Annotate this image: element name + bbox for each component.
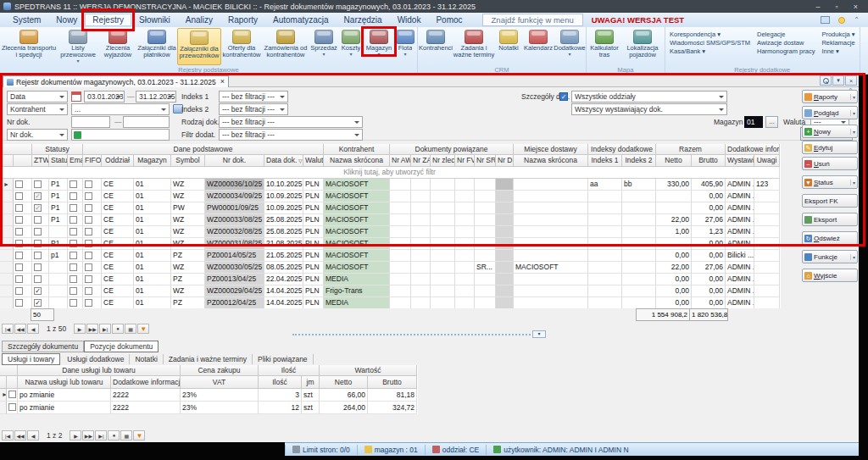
subtab-pliki-powi-zane[interactable]: Pliki powiązane [253, 354, 314, 364]
table-row[interactable]: ►P1CE01WZWZ000036/10/2510.10.2025PLNMACI… [0, 179, 781, 191]
prev-page-icon[interactable]: ◀ [27, 324, 39, 334]
side-button-edytuj[interactable]: ✎Edytuj [802, 141, 858, 154]
emai-checkbox[interactable] [70, 216, 77, 224]
kontrahent-select[interactable]: ... [71, 103, 170, 115]
collapse-ribbon-icon[interactable]: ⌃ [854, 16, 860, 24]
ztw-checkbox[interactable] [34, 240, 42, 247]
side-button-status[interactable]: ▼Status▾ [802, 175, 858, 189]
ztw-checkbox[interactable]: ✓ [34, 192, 42, 200]
column-header-netto[interactable]: Netto [656, 155, 692, 167]
create-filter-cell[interactable]: Kliknij tutaj, aby utworzyć filtr [0, 167, 780, 179]
column-header-wystawi[interactable]: Wystawił [726, 155, 754, 167]
ribbon-button-zlecenia-wyjazd-w[interactable]: Zlecenia wyjazdów [99, 28, 136, 65]
table-row[interactable]: ✓P1CE01PWPW00001/09/2510.09.2025PLNMACIO… [0, 202, 781, 214]
column-header-ztw[interactable]: ZTW [32, 155, 49, 167]
column-header-netto[interactable]: Netto [320, 376, 368, 389]
ztw-checkbox[interactable] [34, 228, 42, 236]
side-button-funkcje[interactable]: Funkcje▾ [802, 250, 858, 263]
menu-item-rejestry[interactable]: Rejestry [85, 14, 131, 26]
column-header-data-dok[interactable]: Data dok. ▽ [264, 155, 303, 167]
fifo-checkbox[interactable] [85, 240, 92, 247]
szczegoly-checkbox[interactable]: ✓ [559, 92, 568, 101]
ribbon-button-zam-wienia-od-kontrahent-w[interactable]: Zamówienia od kontrahentów [262, 28, 309, 65]
column-header-nr-zlec[interactable]: Nr zlec. [431, 155, 455, 167]
column-header-brutto[interactable]: Brutto [368, 376, 417, 389]
next-page-icon[interactable]: ▶ [74, 324, 86, 334]
emai-checkbox[interactable] [70, 240, 77, 247]
prev-page-icon[interactable]: ◀ [27, 430, 39, 441]
column-header-statu[interactable]: Statu [49, 155, 68, 167]
table-row[interactable]: CE01WZWZ000032/08/2525.08.2025PLNMACIOSO… [0, 226, 781, 238]
column-header-brutto[interactable]: Brutto [692, 155, 726, 167]
emai-checkbox[interactable] [70, 204, 77, 212]
column-header-item[interactable] [0, 155, 14, 167]
filtr-dodat-select[interactable]: --- bez filtracji --- [219, 129, 363, 141]
table-row[interactable]: P1CE01WZWZ000033/08/2525.08.2025PLNMACIO… [0, 214, 781, 226]
column-header-jm[interactable]: jm [302, 376, 320, 389]
rewind-icon[interactable]: ◀◀ [14, 430, 26, 441]
rodzaj-dok-select[interactable]: --- bez filtracji --- [219, 116, 363, 128]
column-header-nr-za[interactable]: Nr ZA [411, 155, 431, 167]
first-page-icon[interactable]: |◀ [2, 324, 14, 334]
ribbon-link-harmonogram-pracy[interactable]: Harmonogram pracy [757, 47, 815, 55]
tab-close-icon[interactable]: × [219, 78, 225, 86]
ztw-checkbox[interactable]: ✓ [34, 204, 42, 212]
side-button-eksport-fk[interactable]: Eksport FK [802, 194, 858, 208]
column-header-nr-fv[interactable]: Nr FV [455, 155, 475, 167]
ribbon-button-kontrahenci[interactable]: Kontrahenci [419, 28, 453, 65]
sel-checkbox[interactable] [15, 275, 23, 283]
search-go-icon[interactable] [74, 131, 81, 139]
ribbon-button-za-czniki-dla-przewo-nik-w[interactable]: Załączniki dla przewoźników [177, 28, 221, 65]
emai-checkbox[interactable] [70, 275, 77, 283]
subtab-us-ugi-dodatkowe[interactable]: Usługi dodatkowe [62, 354, 130, 364]
date-from-select[interactable]: 03.01.2023 [84, 91, 125, 103]
side-button-usu[interactable]: –Usuń [802, 157, 858, 170]
ribbon-link-kasa-bank[interactable]: Kasa/Bank ▾ [670, 47, 750, 55]
side-button-od-wie[interactable]: ↻Odśwież [802, 231, 858, 245]
menu-item-pomoc[interactable]: Pomoc [428, 14, 470, 26]
ribbon-button-magazyn[interactable]: Magazyn▾ [364, 28, 394, 65]
fifo-checkbox[interactable] [85, 263, 92, 271]
table-row[interactable]: CE01WZWZ000030/05/2508.05.2025PLNMACIOSO… [0, 262, 781, 274]
wystawiajacy-select[interactable]: Wszyscy wystawiający dok. [571, 103, 727, 115]
nr-dok-from-input[interactable] [71, 116, 110, 128]
menu-item-narz-dzia[interactable]: Narzędzia [337, 14, 390, 26]
menu-item-widok[interactable]: Widok [390, 14, 429, 26]
ribbon-link-awizacje-dostaw[interactable]: Awizacje dostaw [757, 39, 815, 47]
document-tab[interactable]: Rejestr dokumentów magazynowych, 03.01.2… [3, 75, 229, 87]
ribbon-link-korespondencja[interactable]: Korespondencja ▾ [670, 30, 750, 38]
fifo-checkbox[interactable] [85, 180, 92, 188]
magazyn-browse-button[interactable]: ... [765, 116, 778, 128]
close-button[interactable]: × [854, 3, 858, 11]
menu-item-nowy[interactable]: Nowy [48, 14, 85, 26]
subtab-us-ugi-i-towary[interactable]: Usługi i towary [2, 353, 60, 365]
emai-checkbox[interactable] [70, 263, 77, 271]
calendar-icon[interactable] [71, 91, 81, 102]
fifo-checkbox[interactable] [85, 216, 92, 224]
emai-checkbox[interactable] [70, 228, 77, 236]
column-header-nazwa-skr-cona[interactable]: Nazwa skrócona [324, 155, 390, 167]
column-header-vat[interactable]: VAT [181, 376, 259, 389]
sel-checkbox[interactable] [15, 180, 23, 188]
ztw-checkbox[interactable] [34, 216, 42, 224]
last-page-icon[interactable]: ▶| [99, 324, 111, 334]
filter-field1-select[interactable]: Data [7, 91, 68, 103]
column-header-indeks-2[interactable]: Indeks 2 [622, 155, 656, 167]
sel-checkbox[interactable] [15, 204, 23, 212]
sel-checkbox[interactable] [8, 391, 16, 398]
ribbon-button-oferty-dla-kontrahent-w[interactable]: Oferty dla kontrahentów [221, 28, 262, 65]
ribbon-button-zadania-i-wa-ne-terminy[interactable]: Zadania i ważne terminy [453, 28, 495, 65]
indeks1-select[interactable]: --- bez filtracji --- [219, 91, 288, 103]
column-header-nazwa-us-ugi-lub-towaru[interactable]: Nazwa usługi lub towaru [18, 376, 111, 389]
ztw-checkbox[interactable]: ✓ [34, 287, 42, 295]
ztw-checkbox[interactable] [34, 263, 42, 271]
sel-checkbox[interactable] [15, 299, 23, 307]
tab-list-dropdown-icon[interactable]: ▾ [832, 75, 844, 86]
rewind-icon[interactable]: ◀◀ [14, 324, 26, 334]
column-header-nr-awi[interactable]: Nr AWI [390, 155, 411, 167]
window-style-icon[interactable] [821, 16, 830, 24]
ribbon-button-za-czniki-dla-p-atnik-w[interactable]: Załączniki dla płatników [136, 28, 177, 65]
indeks2-select[interactable]: --- bez filtracji --- [219, 103, 288, 115]
column-header-item[interactable] [14, 155, 32, 167]
column-header-oddzia[interactable]: Oddział [102, 155, 134, 167]
